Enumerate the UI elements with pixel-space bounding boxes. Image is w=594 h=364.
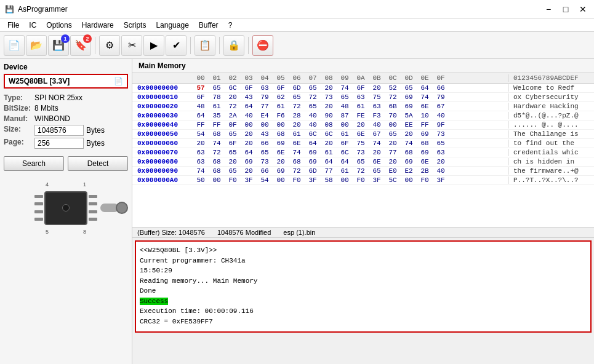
- hex-row: 0x0000006020746F2066696E64206F7574207468…: [132, 139, 594, 148]
- toolbar-separator-3: [219, 37, 220, 54]
- hex-row-bytes: 746865206669726D77617265E0E22B40: [194, 167, 508, 175]
- hex-row-ascii: to find out the: [508, 140, 594, 147]
- open-button[interactable]: 📂: [26, 35, 47, 56]
- sidebar: Device W25Q80BL [3.3V] 📄 Type: SPI NOR 2…: [0, 59, 132, 364]
- hex-byte-cell: 0F: [226, 121, 239, 129]
- hex-byte-cell: 69: [306, 149, 319, 156]
- read-button[interactable]: 🔖 2: [70, 35, 91, 56]
- content-area: Main Memory 00 01 02 03 04 05 06 07 08 0…: [132, 59, 594, 364]
- lock-button[interactable]: 🔒: [223, 35, 244, 56]
- hex-row-ascii: ox Cybersecurity: [508, 93, 594, 101]
- hex-byte-cell: 64: [194, 112, 207, 119]
- menu-bar: File IC Options Hardware Scripts Languag…: [0, 18, 594, 32]
- hex-byte-cell: 65: [306, 103, 319, 110]
- menu-file[interactable]: File: [2, 20, 24, 31]
- hex-byte-cell: 00: [210, 176, 223, 184]
- hex-row-bytes: 5000F03F5400F03F5800F03F5C00F03F: [194, 176, 508, 184]
- hex-byte-cell: 74: [210, 140, 223, 147]
- title-bar: 💾 AsProgrammer − □ ✕: [0, 0, 594, 18]
- hex-row: 0x0000003064352A40E4F628409087FEF3705A10…: [132, 111, 594, 121]
- log-line-5: Execution time: 00:00:09.116: [140, 306, 587, 317]
- toolbar-separator-1: [95, 37, 95, 54]
- erase-button[interactable]: ✂: [121, 35, 142, 56]
- hex-byte-cell: 77: [258, 103, 271, 110]
- detect-button[interactable]: Detect: [68, 156, 128, 171]
- blank-check-button[interactable]: 📋: [195, 35, 215, 56]
- verify-button[interactable]: ✔: [166, 35, 187, 56]
- hex-col-7: 07: [306, 74, 319, 82]
- hex-addr-header: [132, 74, 194, 82]
- hex-row-ascii: Welcome to Redf: [508, 84, 594, 92]
- hex-byte-cell: 68: [402, 149, 415, 156]
- size-input[interactable]: [34, 125, 84, 136]
- save-button[interactable]: 💾 1: [48, 35, 69, 56]
- device-name-box: W25Q80BL [3.3V] 📄: [4, 74, 128, 89]
- title-bar-controls: − □ ✕: [542, 3, 589, 15]
- hex-byte-cell: 2A: [226, 112, 239, 119]
- bitsize-value: 8 Mbits: [34, 104, 128, 113]
- hex-row-addr: 0x00000020: [132, 103, 194, 110]
- app-title: AsProgrammer: [18, 5, 68, 14]
- hex-byte-cell: 6E: [290, 140, 303, 147]
- hex-byte-cell: 6E: [418, 103, 431, 110]
- hex-byte-cell: 68: [210, 130, 223, 138]
- hex-byte-cell: 77: [386, 149, 399, 156]
- hex-col-d: 0D: [402, 74, 415, 82]
- menu-options[interactable]: Options: [41, 20, 76, 31]
- hex-byte-cell: 66: [258, 167, 271, 175]
- hex-byte-cell: 10: [418, 112, 431, 119]
- hex-view[interactable]: 00 01 02 03 04 05 06 07 08 09 0A 0B 0C 0…: [132, 73, 594, 227]
- stop-button[interactable]: ⛔: [252, 35, 273, 56]
- hex-byte-cell: 67: [434, 103, 448, 110]
- hex-byte-cell: 48: [194, 103, 207, 110]
- hex-col-c: 0C: [386, 74, 399, 82]
- hex-byte-cell: 20: [226, 158, 239, 165]
- minimize-button[interactable]: −: [542, 3, 555, 15]
- menu-help[interactable]: ?: [223, 20, 238, 31]
- hex-row-addr: 0x00000080: [132, 158, 194, 165]
- new-button[interactable]: 📄: [4, 35, 25, 56]
- hex-col-a: 0A: [354, 74, 367, 82]
- size-suffix: Bytes: [86, 126, 105, 135]
- hex-byte-cell: 20: [274, 158, 287, 165]
- hex-byte-cell: 69: [402, 93, 415, 101]
- hex-byte-cell: 6C: [306, 130, 319, 138]
- hex-byte-cell: 00: [338, 176, 351, 184]
- hex-byte-cell: 00: [258, 121, 271, 129]
- hex-col-1: 01: [210, 74, 223, 82]
- hex-byte-cell: 61: [322, 149, 335, 156]
- menu-ic[interactable]: IC: [24, 20, 41, 31]
- hex-byte-cell: F0: [354, 176, 367, 184]
- hex-col-0: 00: [194, 74, 207, 82]
- hex-col-9: 09: [338, 74, 351, 82]
- hex-byte-cell: 40: [434, 112, 448, 119]
- hex-header-row: 00 01 02 03 04 05 06 07 08 09 0A 0B 0C 0…: [132, 73, 594, 84]
- close-button[interactable]: ✕: [577, 3, 589, 15]
- hex-byte-cell: 40: [306, 121, 319, 129]
- menu-scripts[interactable]: Scripts: [119, 20, 151, 31]
- hex-byte-cell: 65: [306, 84, 319, 92]
- hex-byte-cell: 69: [274, 140, 287, 147]
- hex-byte-cell: 20: [242, 140, 255, 147]
- hex-byte-cell: 3F: [242, 176, 255, 184]
- hex-row-bytes: 6F782043796265727365637572697479: [194, 93, 508, 101]
- maximize-button[interactable]: □: [560, 3, 572, 15]
- page-input[interactable]: [34, 138, 84, 149]
- search-button[interactable]: Search: [4, 156, 64, 171]
- menu-hardware[interactable]: Hardware: [77, 20, 119, 31]
- hex-row-addr: 0x00000010: [132, 93, 194, 101]
- hex-byte-cell: 72: [306, 93, 319, 101]
- menu-buffer[interactable]: Buffer: [194, 20, 223, 31]
- hex-byte-cell: 65: [370, 167, 383, 175]
- hex-col-4: 04: [258, 74, 271, 82]
- search-detect-row: Search Detect: [4, 156, 128, 171]
- menu-language[interactable]: Language: [151, 20, 193, 31]
- hex-byte-cell: 64: [306, 140, 319, 147]
- log-area[interactable]: <<W25Q80BL [3.3V]>> Current programmer: …: [135, 240, 592, 333]
- read-badge: 2: [83, 34, 92, 43]
- hex-byte-cell: 54: [194, 130, 207, 138]
- pdf-icon[interactable]: 📄: [114, 77, 123, 85]
- program-button[interactable]: ▶: [143, 35, 164, 56]
- page-suffix: Bytes: [86, 139, 105, 148]
- configure-button[interactable]: ⚙: [99, 35, 120, 56]
